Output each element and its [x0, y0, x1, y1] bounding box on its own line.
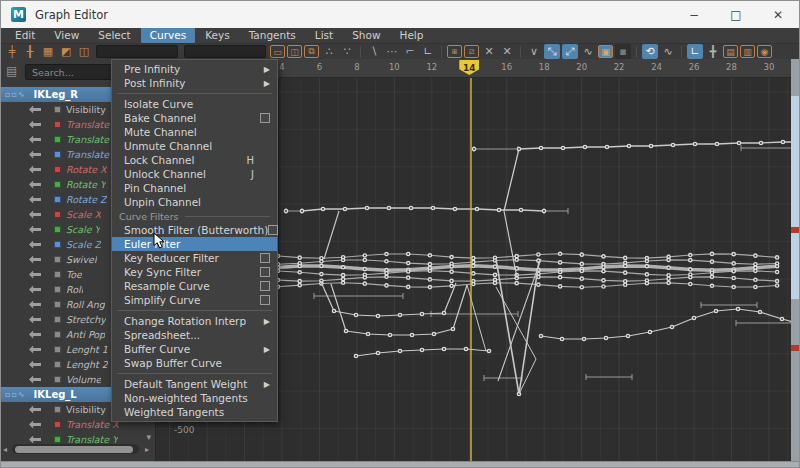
menu-item-isolate-curve[interactable]: Isolate Curve — [112, 97, 277, 111]
free-tangent-weight-icon[interactable]: ∨ — [526, 44, 542, 59]
tangent-handle[interactable] — [472, 146, 518, 152]
lock-tangent-weight-icon[interactable]: ∿ — [580, 44, 596, 59]
tangent-handle[interactable] — [741, 145, 791, 151]
menu-checkbox[interactable] — [260, 113, 270, 123]
menubar-item-help[interactable]: Help — [390, 28, 432, 43]
step-tangent-icon[interactable]: ∟ — [420, 44, 436, 59]
open-dope-sheet-icon[interactable]: ▤ — [723, 45, 738, 58]
load-selected-icon[interactable]: ▪ — [615, 44, 631, 59]
menu-item-smooth-filter-butterworth-[interactable]: Smooth Filter (Butterworth) — [112, 223, 277, 237]
menu-item-unpin-channel[interactable]: Unpin Channel — [112, 195, 277, 209]
add-keys-tool-icon[interactable]: ╂ — [22, 44, 38, 59]
anim-curve-band[interactable] — [276, 252, 780, 261]
clamped-tangent-icon[interactable]: ∖ — [366, 44, 382, 59]
anim-curve-band[interactable] — [276, 281, 780, 290]
swap-buffer-curve-icon[interactable]: ⧄ — [464, 45, 479, 58]
anim-curve-band[interactable] — [276, 258, 780, 267]
menu-checkbox[interactable] — [260, 281, 270, 291]
buffer-curve-snapshot-icon[interactable]: ⧆ — [447, 45, 462, 58]
menu-item-non-weighted-tangents[interactable]: Non-weighted Tangents — [112, 391, 277, 405]
menubar-item-show[interactable]: Show — [343, 28, 389, 43]
maximize-button[interactable]: □ — [715, 1, 757, 28]
current-frame-marker[interactable]: 14 — [459, 60, 479, 75]
tree-scroll-down-icon[interactable]: ▾ — [146, 432, 151, 442]
scroll-right-icon[interactable]: ▸ — [145, 445, 149, 454]
menu-item-weighted-tangents[interactable]: Weighted Tangents — [112, 405, 277, 419]
open-trax-editor-icon[interactable]: ▥ — [740, 45, 755, 58]
retime-tool-icon[interactable]: ◫ — [76, 44, 92, 59]
menubar-item-select[interactable]: Select — [89, 28, 139, 43]
anim-curve-left-flat[interactable] — [300, 206, 547, 214]
anim-curve-band[interactable] — [276, 264, 780, 273]
menu-item-buffer-curve[interactable]: Buffer Curve▶ — [112, 342, 277, 356]
menu-item-resample-curve[interactable]: Resample Curve — [112, 279, 277, 293]
tangent-handle[interactable] — [284, 208, 302, 214]
graph-vscroll-thumb[interactable] — [791, 96, 799, 299]
unify-tangents-icon[interactable]: ✕ — [499, 44, 515, 59]
menu-item-euler-filter[interactable]: Euler Filter — [112, 237, 277, 251]
spline-tangent-icon[interactable]: ∵ — [339, 44, 355, 59]
menu-item-swap-buffer-curve[interactable]: Swap Buffer Curve — [112, 356, 277, 370]
minimize-button[interactable]: − — [673, 1, 715, 28]
menubar-item-edit[interactable]: Edit — [6, 28, 44, 43]
value-snap-icon[interactable]: ∿ — [660, 44, 676, 59]
scroll-track[interactable] — [12, 444, 139, 454]
menu-item-pre-infinity[interactable]: Pre Infinity▶ — [112, 62, 277, 76]
menubar-item-curves[interactable]: Curves — [141, 28, 195, 43]
filter-icon[interactable]: ▤ — [6, 64, 17, 78]
region-select-tool-icon[interactable]: ◩ — [58, 44, 74, 59]
menu-item-post-infinity[interactable]: Post Infinity▶ — [112, 76, 277, 90]
tangent-handle[interactable] — [586, 374, 632, 380]
auto-tangent-icon[interactable]: ∴ — [321, 44, 337, 59]
menu-item-unlock-channel[interactable]: Unlock ChannelJ — [112, 167, 277, 181]
menu-item-key-reducer-filter[interactable]: Key Reducer Filter — [112, 251, 277, 265]
scroll-thumb[interactable] — [15, 446, 133, 453]
open-camera-sequencer-icon[interactable]: ◉ — [757, 45, 772, 58]
stats-value-field[interactable] — [184, 45, 266, 58]
graph-vscrollbar[interactable] — [791, 59, 799, 462]
anim-curve-lower-right[interactable] — [539, 307, 791, 342]
menu-item-pin-channel[interactable]: Pin Channel — [112, 181, 277, 195]
linear-tangent-icon[interactable]: ⋯ — [384, 44, 400, 59]
time-snap-icon[interactable]: ⟲ — [642, 44, 658, 59]
normalized-view-icon[interactable]: ∟ — [687, 44, 703, 59]
menubar-item-view[interactable]: View — [45, 28, 88, 43]
anim-curve-rise-left[interactable] — [324, 211, 339, 259]
in-tangent-mode-icon[interactable]: ⤡ — [544, 44, 560, 59]
menu-item-spreadsheet-[interactable]: Spreadsheet... — [112, 328, 277, 342]
pan-zoom-tool-icon[interactable]: ╋ — [705, 44, 721, 59]
tangent-handle[interactable] — [544, 208, 568, 214]
close-button[interactable]: ✕ — [757, 1, 799, 28]
menu-item-change-rotation-interp[interactable]: Change Rotation Interp▶ — [112, 314, 277, 328]
anim-curve-zig-u1[interactable] — [321, 282, 456, 318]
flat-tangent-icon[interactable]: ⌐ — [402, 44, 418, 59]
menubar-item-keys[interactable]: Keys — [196, 28, 239, 43]
menu-item-lock-channel[interactable]: Lock ChannelH — [112, 153, 277, 167]
menu-item-unmute-channel[interactable]: Unmute Channel — [112, 139, 277, 153]
menu-checkbox[interactable] — [260, 295, 270, 305]
menu-item-simplify-curve[interactable]: Simplify Curve — [112, 293, 277, 307]
scroll-left-icon[interactable]: ◂ — [3, 445, 7, 454]
menu-item-key-sync-filter[interactable]: Key Sync Filter — [112, 265, 277, 279]
menubar-item-tangents[interactable]: Tangents — [240, 28, 305, 43]
break-tangents-icon[interactable]: ✕ — [481, 44, 497, 59]
anim-curve-upper-flat[interactable] — [504, 140, 791, 211]
out-tangent-mode-icon[interactable]: ⤢ — [562, 44, 578, 59]
frame-center-view-icon[interactable]: ◫ — [287, 45, 302, 58]
menubar-item-list[interactable]: List — [306, 28, 342, 43]
tangent-handle[interactable] — [701, 302, 757, 308]
menu-item-mute-channel[interactable]: Mute Channel — [112, 125, 277, 139]
frame-all-icon[interactable]: ▭ — [270, 45, 285, 58]
menu-checkbox[interactable] — [268, 225, 278, 235]
insert-keys-tool-icon[interactable]: ╪ — [4, 44, 20, 59]
menu-checkbox[interactable] — [260, 253, 270, 263]
frame-playback-range-icon[interactable]: ⧉ — [304, 45, 319, 58]
lattice-deform-keys-icon[interactable]: ▦ — [40, 44, 56, 59]
menu-checkbox[interactable] — [260, 267, 270, 277]
auto-load-graph-icon[interactable]: ▣ — [598, 45, 613, 58]
anim-curve-mid-dip[interactable] — [467, 285, 486, 351]
menu-item-default-tangent-weight[interactable]: Default Tangent Weight▶ — [112, 377, 277, 391]
graph-hscrollbar[interactable] — [1, 461, 799, 467]
anim-curve-zig-u2[interactable] — [331, 284, 467, 337]
stats-time-field[interactable] — [96, 45, 178, 58]
